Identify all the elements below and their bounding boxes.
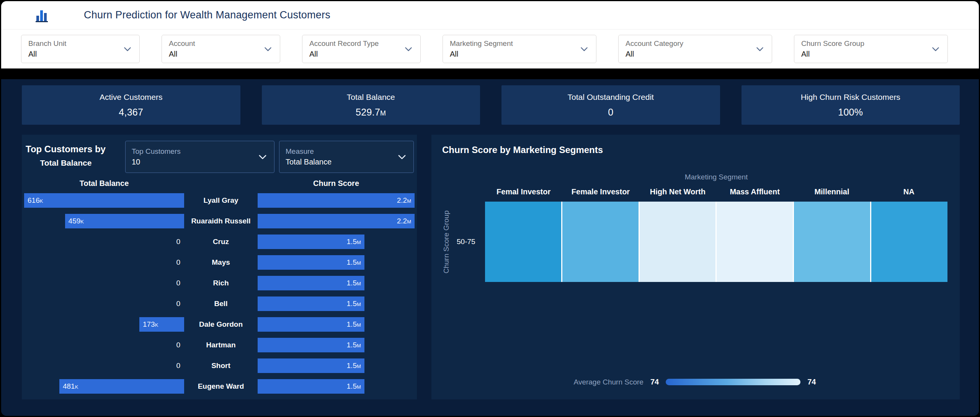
- kpi-label: Total Outstanding Credit: [568, 93, 654, 102]
- balance-track: 0: [24, 296, 184, 311]
- total-balance-bar[interactable]: 173k: [139, 317, 184, 332]
- churn-score-bar[interactable]: 1.5m: [258, 317, 364, 332]
- churn-value: 2.2m: [397, 196, 411, 205]
- page-title: Churn Prediction for Wealth Management C…: [84, 9, 330, 21]
- churn-track: 1.5m: [258, 255, 415, 270]
- churn-score-bar[interactable]: 1.5m: [258, 358, 364, 373]
- kpi-card-high-churn-risk-customers: High Churn Risk Customers100%: [742, 85, 960, 125]
- kpi-row: Active Customers4,367Total Balance529.7m…: [22, 85, 960, 125]
- churn-track: 2.2m: [258, 193, 415, 208]
- churn-score-bar[interactable]: 1.5m: [258, 235, 364, 249]
- heatmap-column-header-femal-investor: Femal Investor: [485, 187, 562, 196]
- table-row: 0Mays1.5m: [24, 252, 417, 273]
- churn-heatmap-widget: Churn Score by Marketing Segments Market…: [431, 135, 960, 399]
- heatmap-column-header-millennial: Millennial: [793, 187, 870, 196]
- churn-column-header: Churn Score: [258, 179, 415, 188]
- filter-account[interactable]: AccountAll: [162, 35, 280, 63]
- balance-value: 0: [176, 300, 180, 308]
- heatmap-cell-na[interactable]: [871, 202, 947, 282]
- churn-value: 1.5m: [347, 300, 361, 308]
- heatmap-column-header-mass-affluent: Mass Affluent: [716, 187, 793, 196]
- churn-track: 1.5m: [258, 379, 415, 394]
- chevron-down-icon: [257, 151, 268, 162]
- kpi-label: Active Customers: [100, 93, 163, 102]
- column-headers: Total Balance Churn Score: [24, 179, 417, 188]
- balance-value: 0: [176, 279, 180, 287]
- heatmap-cell-femal-investor[interactable]: [485, 202, 561, 282]
- top-customers-title: Top Customers by Total Balance: [24, 141, 121, 173]
- heatmap-cell-high-net-worth[interactable]: [640, 202, 716, 282]
- churn-track: 1.5m: [258, 296, 415, 311]
- table-row: 459kRuaraidh Russell2.2m: [24, 211, 417, 231]
- filter-label: Account Category: [626, 39, 683, 48]
- customer-name: Eugene Ward: [184, 382, 258, 391]
- panels-row: Top Customers by Total Balance Top Custo…: [22, 135, 960, 399]
- customer-name: Dale Gordon: [184, 320, 258, 329]
- filter-value: All: [801, 50, 864, 59]
- customer-name: Mays: [184, 258, 258, 267]
- churn-score-bar[interactable]: 1.5m: [258, 338, 364, 352]
- heatmap-cell-female-investor[interactable]: [562, 202, 639, 282]
- churn-score-bar[interactable]: 2.2m: [258, 214, 415, 228]
- balance-value: 173k: [143, 320, 158, 329]
- churn-score-bar[interactable]: 1.5m: [258, 379, 364, 394]
- balance-track: 0: [24, 255, 184, 270]
- bar-chart-logo-icon: [35, 7, 51, 23]
- table-row: 481kEugene Ward1.5m: [24, 376, 417, 397]
- customer-name: Ruaraidh Russell: [184, 217, 258, 225]
- churn-score-bar[interactable]: 1.5m: [258, 276, 364, 290]
- customer-name: Hartman: [184, 341, 258, 349]
- kpi-label: High Churn Risk Customers: [801, 93, 900, 102]
- balance-track: 0: [24, 338, 184, 352]
- balance-track: 481k: [24, 379, 184, 394]
- chevron-down-icon: [755, 44, 765, 54]
- kpi-card-total-balance: Total Balance529.7m: [262, 85, 480, 125]
- balance-track: 616k: [24, 193, 184, 208]
- filter-account-category[interactable]: Account CategoryAll: [618, 35, 772, 63]
- filter-branch-unit[interactable]: Branch UnitAll: [21, 35, 140, 63]
- churn-value: 1.5m: [347, 238, 361, 246]
- table-row: 0Rich1.5m: [24, 273, 417, 293]
- kpi-value: 100%: [838, 107, 863, 118]
- name-column-spacer: [184, 179, 258, 188]
- filter-churn-score-group[interactable]: Churn Score GroupAll: [794, 35, 948, 63]
- churn-score-bar[interactable]: 2.2m: [258, 193, 415, 208]
- heatmap-cell-mass-affluent[interactable]: [717, 202, 793, 282]
- total-balance-bar[interactable]: 459k: [65, 214, 184, 228]
- legend-min-value: 74: [650, 378, 659, 386]
- heatmap-y-axis: Churn Score Group 50-75: [442, 202, 485, 282]
- filter-label: Marketing Segment: [450, 39, 513, 48]
- table-row: 173kDale Gordon1.5m: [24, 314, 417, 335]
- total-balance-bar[interactable]: 616k: [24, 193, 184, 208]
- churn-score-bar[interactable]: 1.5m: [258, 296, 364, 311]
- kpi-label: Total Balance: [347, 93, 395, 102]
- dropdown-value: 10: [132, 158, 181, 166]
- customer-name: Lyall Gray: [184, 196, 258, 205]
- kpi-value: 529.7m: [356, 107, 386, 118]
- top-customers-count-dropdown[interactable]: Top Customers 10: [125, 141, 274, 173]
- table-row: 616kLyall Gray2.2m: [24, 190, 417, 211]
- balance-value: 481k: [63, 382, 78, 391]
- heatmap-y-axis-title: Churn Score Group: [442, 210, 451, 274]
- filter-value: All: [450, 50, 513, 59]
- churn-value: 1.5m: [347, 320, 361, 329]
- heatmap-grid: [485, 202, 947, 282]
- filter-account-record-type[interactable]: Account Record TypeAll: [302, 35, 421, 63]
- heatmap-cell-millennial[interactable]: [794, 202, 870, 282]
- measure-dropdown[interactable]: Measure Total Balance: [279, 141, 414, 173]
- churn-value: 1.5m: [347, 382, 361, 391]
- app-header: Churn Prediction for Wealth Management C…: [1, 1, 979, 29]
- heatmap-column-headers: Femal InvestorFemale InvestorHigh Net Wo…: [485, 187, 947, 196]
- filter-label: Churn Score Group: [801, 39, 864, 48]
- churn-score-bar[interactable]: 1.5m: [258, 255, 364, 270]
- balance-value: 0: [176, 238, 180, 246]
- dashboard-window: Churn Prediction for Wealth Management C…: [1, 1, 979, 416]
- filter-marketing-segment[interactable]: Marketing SegmentAll: [443, 35, 596, 63]
- balance-track: 0: [24, 276, 184, 290]
- chevron-down-icon: [579, 44, 589, 54]
- customer-name: Bell: [184, 300, 258, 308]
- total-balance-bar[interactable]: 481k: [59, 379, 184, 394]
- balance-value: 0: [176, 341, 180, 349]
- table-row: 0Cruz1.5m: [24, 231, 417, 252]
- widget-title-line2: Total Balance: [26, 158, 106, 168]
